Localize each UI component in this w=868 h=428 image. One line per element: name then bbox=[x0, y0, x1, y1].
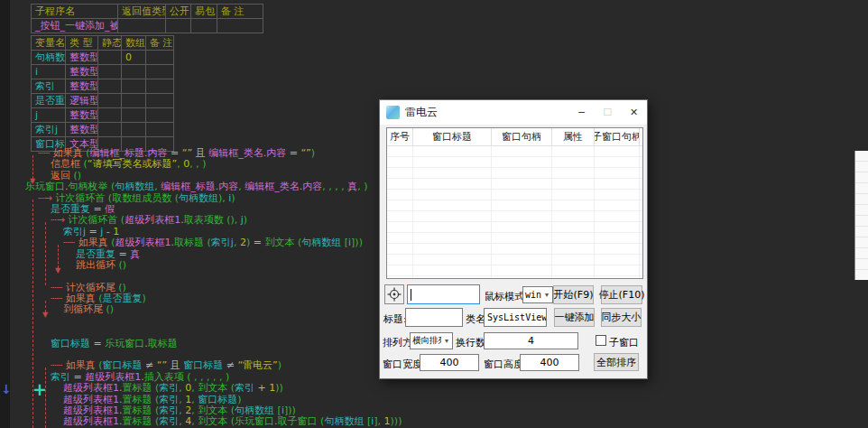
table-cell[interactable]: 整数型 bbox=[66, 51, 98, 65]
table-row[interactable]: 是否重复逻辑型 bbox=[32, 94, 174, 108]
mouse-mode-label: 鼠标模式 bbox=[485, 290, 524, 303]
table-header-cell: 数组 bbox=[122, 36, 146, 51]
sync-size-button[interactable]: 同步大小 bbox=[601, 308, 642, 327]
table-header-cell: 变量名 bbox=[32, 36, 66, 51]
search-handle-input[interactable] bbox=[407, 284, 480, 304]
table-cell[interactable] bbox=[122, 65, 146, 79]
table-cell[interactable]: 句柄数组 bbox=[32, 51, 66, 65]
table-cell[interactable] bbox=[98, 108, 122, 123]
listview-column-3[interactable]: 属性 bbox=[552, 128, 595, 145]
block-end-arrow-icon: ▼ bbox=[30, 178, 35, 185]
table-cell[interactable] bbox=[217, 19, 263, 33]
scroll-down-icon[interactable]: ↓ bbox=[1, 382, 12, 396]
table-cell[interactable]: j bbox=[32, 108, 66, 123]
table-row[interactable]: i整数型 bbox=[32, 65, 174, 79]
window-height-input[interactable]: 400 bbox=[520, 354, 579, 371]
code-line[interactable] bbox=[0, 316, 379, 327]
block-end-arrow-icon: ▼ bbox=[42, 312, 48, 319]
wrap-count-input[interactable]: 4 bbox=[484, 332, 578, 349]
table-row[interactable]: 索引整数型 bbox=[32, 79, 174, 94]
start-button[interactable]: 开始(F9) bbox=[553, 285, 594, 304]
code-line[interactable]: 到循环尾 () bbox=[0, 304, 379, 315]
table-cell[interactable] bbox=[122, 94, 146, 108]
table-cell[interactable] bbox=[98, 51, 122, 65]
sort-all-button[interactable]: 全部排序 bbox=[594, 353, 639, 371]
crosshair-icon bbox=[387, 287, 402, 302]
table-cell[interactable] bbox=[98, 79, 122, 94]
code-line[interactable]: 是否重复 = 真 bbox=[0, 249, 379, 260]
quick-add-button[interactable]: 一键添加 bbox=[554, 308, 595, 327]
table-cell[interactable] bbox=[191, 19, 217, 33]
table-cell[interactable]: 索引 bbox=[32, 79, 66, 94]
close-button[interactable]: ✕ bbox=[621, 100, 647, 125]
window-width-input[interactable]: 400 bbox=[420, 354, 479, 371]
text-caret bbox=[411, 289, 411, 301]
table-cell[interactable]: _按钮_一键添加_被单击 bbox=[32, 19, 118, 33]
listview-column-0[interactable]: 序号 bbox=[387, 128, 413, 145]
chevron-down-icon: ▾ bbox=[541, 291, 552, 299]
title-input[interactable] bbox=[405, 308, 463, 327]
table-cell[interactable] bbox=[146, 65, 174, 79]
table-cell[interactable] bbox=[146, 51, 174, 65]
table-cell[interactable]: 整数型 bbox=[66, 123, 98, 137]
add-line-icon[interactable]: + bbox=[32, 379, 47, 399]
table-cell[interactable] bbox=[166, 19, 191, 33]
table-header-cell: 类 型 bbox=[66, 36, 98, 51]
title-field-label: 标题: bbox=[383, 312, 407, 326]
table-cell[interactable] bbox=[122, 123, 146, 137]
code-line[interactable]: 超级列表框1.置标题 (索引, 4, 到文本 (乐玩窗口.取子窗口 (句柄数组 … bbox=[0, 416, 379, 427]
block-end-arrow-icon: ▼ bbox=[55, 267, 60, 274]
table-cell[interactable]: 0 bbox=[122, 51, 146, 65]
code-line[interactable]: 窗口标题 = 乐玩窗口.取标题 bbox=[0, 339, 379, 349]
table-cell[interactable]: 逻辑型 bbox=[66, 94, 98, 108]
subroutine-table: 子程序名返回值类型公开易包备 注_按钮_一键添加_被单击 bbox=[31, 4, 263, 33]
table-cell[interactable]: 整数型 bbox=[66, 65, 98, 79]
child-window-checkbox[interactable] bbox=[596, 335, 606, 346]
table-row[interactable]: 索引j整数型 bbox=[32, 123, 174, 137]
chevron-down-icon: ▾ bbox=[441, 337, 452, 345]
window-finder-button[interactable] bbox=[384, 284, 404, 304]
table-cell[interactable] bbox=[98, 94, 122, 108]
table-cell[interactable] bbox=[146, 79, 174, 94]
table-cell[interactable] bbox=[146, 108, 174, 123]
class-input[interactable]: SysListView32 bbox=[484, 308, 547, 327]
listview-column-1[interactable]: 窗口标题 bbox=[413, 128, 492, 145]
table-cell[interactable] bbox=[98, 123, 122, 137]
listview-gridline bbox=[639, 146, 640, 278]
arrange-combo[interactable]: 横向排列 ▾ bbox=[410, 332, 453, 349]
table-row[interactable]: _按钮_一键添加_被单击 bbox=[32, 19, 263, 33]
table-row[interactable]: j整数型 bbox=[32, 108, 174, 123]
code-line[interactable]: ┄→ 计次循环首 (超级列表框1.取表项数 (), j) bbox=[0, 215, 379, 226]
table-cell[interactable] bbox=[98, 65, 122, 79]
listview-gridline bbox=[412, 146, 413, 278]
window-listview[interactable]: 序号窗口标题窗口句柄属性子窗口句柄 bbox=[386, 127, 643, 279]
listview-column-4[interactable]: 子窗口句柄 bbox=[595, 128, 640, 145]
table-cell[interactable] bbox=[122, 108, 146, 123]
table-cell[interactable]: 整数型 bbox=[66, 108, 98, 123]
code-area[interactable]: ┄┄ 如果真 (编辑框_标题.内容 = “” 且 编辑框_类名.内容 = “”)… bbox=[0, 148, 379, 428]
code-line[interactable]: ┄┄ 如果真 (超级列表框1.取标题 (索引j, 2) = 到文本 (句柄数组 … bbox=[0, 237, 379, 248]
table-cell[interactable]: i bbox=[32, 65, 66, 79]
mouse-mode-combo[interactable]: wind ▾ bbox=[522, 286, 553, 303]
table-header-cell: 子程序名 bbox=[32, 5, 118, 19]
table-row[interactable]: 句柄数组整数型0 bbox=[32, 51, 174, 65]
table-cell[interactable]: 整数型 bbox=[66, 79, 98, 94]
table-cell[interactable]: 是否重复 bbox=[32, 94, 66, 108]
stop-button[interactable]: 停止(F10) bbox=[601, 285, 642, 304]
table-header-cell: 备 注 bbox=[146, 36, 174, 51]
listview-body[interactable] bbox=[387, 146, 642, 278]
minimize-button[interactable]: ─ bbox=[568, 100, 595, 125]
table-cell[interactable] bbox=[122, 79, 146, 94]
table-cell[interactable]: 索引j bbox=[32, 123, 66, 137]
table-header-cell: 静态 bbox=[98, 36, 122, 51]
dialog-title: 雷电云 bbox=[405, 105, 568, 120]
table-cell[interactable] bbox=[146, 94, 174, 108]
table-header-cell: 易包 bbox=[191, 5, 217, 19]
dialog-titlebar[interactable]: 雷电云 ─ ☐ ✕ bbox=[380, 100, 647, 125]
table-header-cell: 公开 bbox=[166, 5, 191, 19]
table-cell[interactable] bbox=[118, 19, 166, 33]
maximize-button: ☐ bbox=[595, 100, 621, 125]
code-line[interactable]: ┄┄ 如果真 (是否重复) bbox=[0, 293, 379, 304]
listview-column-2[interactable]: 窗口句柄 bbox=[492, 128, 552, 145]
table-cell[interactable] bbox=[146, 123, 174, 137]
